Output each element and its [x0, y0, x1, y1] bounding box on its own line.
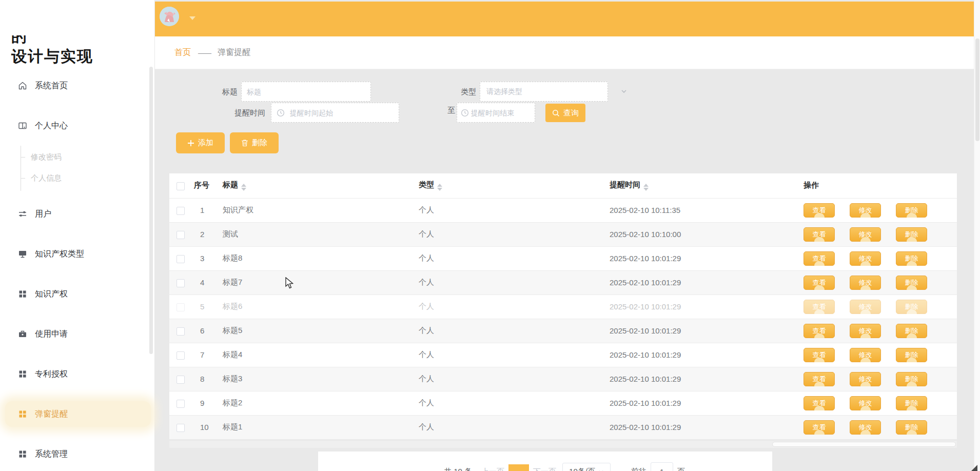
column-header-type[interactable]: 类型: [417, 173, 607, 198]
table-row: 9标题2个人2025-02-10 10:01:29查看修改删除: [169, 391, 957, 415]
row-checkbox[interactable]: [177, 279, 185, 287]
row-time: 2025-02-10 10:01:29: [607, 367, 799, 391]
edit-button[interactable]: 修改: [850, 276, 881, 290]
view-button[interactable]: 查看: [803, 203, 835, 218]
edit-button[interactable]: 修改: [850, 348, 881, 362]
briefcase-icon: [17, 329, 28, 339]
time-end-input[interactable]: [469, 109, 535, 117]
view-button[interactable]: 查看: [803, 300, 835, 314]
sidebar-item-2[interactable]: 用户: [0, 194, 155, 234]
view-button[interactable]: 查看: [803, 227, 835, 242]
prev-page-button[interactable]: 上一页: [481, 467, 504, 471]
row-type: 个人: [417, 198, 607, 222]
chevron-down-icon[interactable]: [621, 88, 627, 94]
column-header-title[interactable]: 标题: [221, 173, 417, 198]
screen: 知识产权管理系统的 设计与实现 系统首页个人中心修改密码个人信息用户知识产权类型…: [0, 0, 980, 471]
select-all-checkbox[interactable]: [177, 182, 185, 190]
next-page-button[interactable]: 下一页: [533, 467, 556, 471]
row-time: 2025-02-10 10:01:29: [607, 295, 799, 319]
delete-row-button[interactable]: 删除: [896, 324, 927, 338]
home-icon: [17, 81, 28, 91]
sidebar-item-6[interactable]: 专利授权: [0, 354, 155, 394]
goto-suffix: 页: [677, 467, 685, 471]
sidebar-item-label: 系统首页: [35, 81, 68, 91]
caret-down-icon[interactable]: [189, 16, 195, 20]
row-checkbox[interactable]: [177, 424, 185, 432]
table-row: 4标题7个人2025-02-10 10:01:29查看修改删除: [169, 270, 957, 295]
row-index: 4: [192, 270, 221, 295]
table-row: 10标题1个人2025-02-10 10:01:29查看修改删除: [169, 415, 957, 439]
row-checkbox[interactable]: [177, 351, 185, 360]
time-start-input[interactable]: [285, 109, 399, 117]
user-avatar[interactable]: [160, 7, 179, 26]
sliders-icon: [17, 209, 28, 219]
sidebar-item-8[interactable]: 系统管理: [0, 434, 155, 471]
page-size-select[interactable]: 10条/页: [562, 463, 611, 471]
delete-row-button[interactable]: 删除: [896, 396, 927, 410]
search-button[interactable]: 查询: [545, 104, 585, 122]
sidebar-subitem[interactable]: 修改密码: [0, 147, 155, 168]
delete-button[interactable]: 删除: [230, 132, 279, 153]
delete-row-button[interactable]: 删除: [896, 276, 927, 290]
edit-button[interactable]: 修改: [850, 300, 881, 314]
delete-row-button[interactable]: 删除: [896, 227, 927, 242]
page-scrollbar[interactable]: [974, 0, 980, 471]
edit-button[interactable]: 修改: [850, 372, 881, 386]
sidebar: 知识产权管理系统的 设计与实现 系统首页个人中心修改密码个人信息用户知识产权类型…: [0, 0, 155, 471]
sidebar-item-0[interactable]: 系统首页: [0, 66, 155, 106]
sort-icon[interactable]: [643, 184, 649, 191]
row-checkbox[interactable]: [177, 255, 185, 263]
sidebar-item-label: 系统管理: [35, 449, 68, 460]
delete-row-button[interactable]: 删除: [896, 348, 927, 362]
scrollbar-thumb[interactable]: [772, 442, 956, 447]
column-header-index: 序号: [192, 173, 221, 198]
current-page-button[interactable]: 1: [508, 464, 529, 471]
delete-row-button[interactable]: 删除: [896, 300, 927, 314]
row-title: 标题8: [221, 246, 417, 270]
sidebar-item-1[interactable]: 个人中心: [0, 106, 155, 146]
delete-row-button[interactable]: 删除: [896, 251, 927, 266]
sidebar-item-3[interactable]: 知识产权类型: [0, 234, 155, 274]
edit-button[interactable]: 修改: [850, 396, 881, 410]
sidebar-scrollbar[interactable]: [149, 67, 153, 354]
edit-button[interactable]: 修改: [850, 203, 881, 218]
table-row: 6标题5个人2025-02-10 10:01:29查看修改删除: [169, 319, 957, 343]
goto-page-input[interactable]: [651, 462, 673, 471]
delete-row-button[interactable]: 删除: [896, 420, 927, 435]
row-actions: 查看修改删除: [799, 270, 957, 295]
page-scrollbar-thumb[interactable]: [975, 38, 979, 141]
id-card-icon: [17, 121, 28, 131]
row-checkbox[interactable]: [177, 207, 185, 215]
sidebar-item-7[interactable]: 弹窗提醒: [0, 394, 155, 434]
breadcrumb-home-link[interactable]: 首页: [174, 47, 191, 58]
view-button[interactable]: 查看: [803, 420, 835, 435]
view-button[interactable]: 查看: [803, 348, 835, 362]
row-title: 标题7: [221, 270, 417, 295]
column-header-time[interactable]: 提醒时间: [607, 173, 799, 198]
edit-button[interactable]: 修改: [850, 227, 881, 242]
sidebar-subitem[interactable]: 个人信息: [0, 168, 155, 189]
row-checkbox[interactable]: [177, 303, 185, 311]
edit-button[interactable]: 修改: [850, 324, 881, 338]
sidebar-item-4[interactable]: 知识产权: [0, 274, 155, 314]
sidebar-item-5[interactable]: 使用申请: [0, 314, 155, 354]
view-button[interactable]: 查看: [803, 324, 835, 338]
edit-button[interactable]: 修改: [850, 251, 881, 266]
sort-icon[interactable]: [437, 184, 442, 191]
row-type: 个人: [417, 295, 607, 319]
view-button[interactable]: 查看: [803, 372, 835, 386]
title-filter-input[interactable]: [242, 88, 370, 96]
row-checkbox[interactable]: [177, 376, 185, 384]
view-button[interactable]: 查看: [803, 251, 835, 266]
view-button[interactable]: 查看: [803, 276, 835, 290]
sort-icon[interactable]: [241, 184, 246, 191]
row-checkbox[interactable]: [177, 327, 185, 336]
row-checkbox[interactable]: [177, 231, 185, 239]
delete-row-button[interactable]: 删除: [896, 203, 927, 218]
delete-row-button[interactable]: 删除: [896, 372, 927, 386]
type-filter-select[interactable]: 请选择类型: [480, 82, 608, 102]
add-button[interactable]: 添加: [176, 132, 225, 153]
view-button[interactable]: 查看: [803, 396, 835, 410]
row-checkbox[interactable]: [177, 400, 185, 408]
edit-button[interactable]: 修改: [850, 420, 881, 435]
